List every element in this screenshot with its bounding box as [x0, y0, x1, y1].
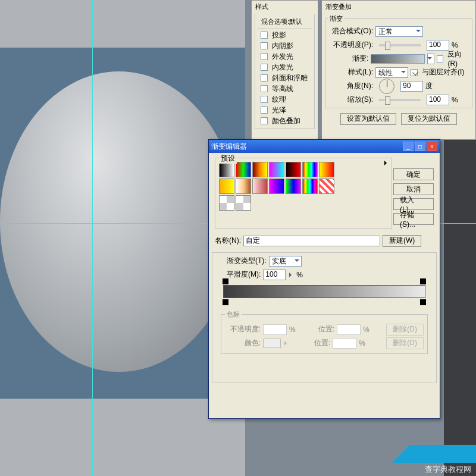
style-label: 斜面和浮雕 [272, 73, 308, 83]
style-item[interactable]: 投影 [261, 30, 309, 40]
style-label: 外发光 [272, 52, 293, 62]
type-select[interactable]: 实底 [269, 256, 302, 267]
stop-color-label: 颜色: [225, 338, 261, 348]
stop-color-position[interactable] [333, 338, 356, 349]
ok-button[interactable]: 确定 [393, 168, 434, 180]
stop-opacity-input[interactable] [263, 324, 287, 335]
stop-color-well[interactable] [263, 339, 281, 348]
style-label: 光泽 [272, 105, 286, 115]
color-stop-left[interactable] [223, 299, 228, 305]
layer-styles-panel: 样式 混合选项:默认 投影内阴影外发光内发光斜面和浮雕等高线纹理光泽颜色叠加 [251, 0, 318, 149]
style-item[interactable]: 颜色叠加 [261, 115, 309, 126]
scale-slider[interactable] [379, 99, 421, 101]
presets-group: 预设 [215, 158, 392, 229]
gradient-label: 渐变: [328, 54, 368, 64]
blend-mode-select[interactable]: 正常 [375, 26, 423, 37]
blend-default[interactable]: 混合选项:默认 [258, 15, 312, 29]
preset-swatch[interactable] [252, 178, 268, 194]
style-item[interactable]: 斜面和浮雕 [261, 73, 309, 83]
sphere-shape [0, 71, 238, 372]
scale-label: 缩放(S): [328, 95, 373, 105]
style-item[interactable]: 内阴影 [261, 40, 309, 51]
delete-color-stop-button[interactable]: 删除(D) [386, 337, 424, 349]
style-item[interactable]: 纹理 [261, 94, 309, 105]
style-checkbox[interactable] [261, 85, 268, 92]
smooth-stepper-icon[interactable] [289, 273, 294, 277]
preset-swatch[interactable] [286, 162, 301, 177]
style-checkbox[interactable] [261, 117, 268, 124]
overlay-group-label: 渐变 [328, 14, 345, 23]
style-item[interactable]: 内发光 [261, 62, 309, 73]
set-default-button[interactable]: 设置为默认值 [340, 113, 396, 125]
style-checkbox[interactable] [261, 64, 268, 71]
position-label-1: 位置: [318, 324, 334, 334]
close-icon[interactable]: × [427, 142, 437, 151]
scale-input[interactable]: 100 [427, 95, 449, 105]
load-button[interactable]: 载入(L)... [393, 198, 434, 210]
styles-title: 样式 [252, 1, 318, 13]
style-checkbox[interactable] [261, 96, 268, 103]
gradient-dropdown-icon[interactable] [427, 54, 435, 64]
opacity-slider[interactable] [379, 44, 421, 46]
smooth-input[interactable]: 100 [263, 270, 286, 280]
gradient-preview[interactable] [371, 54, 424, 64]
gradient-ramp[interactable] [223, 285, 425, 298]
style-checkbox[interactable] [261, 42, 268, 49]
opacity-label: 不透明度(P): [328, 40, 373, 50]
preset-swatch[interactable] [236, 195, 251, 211]
preset-swatch[interactable] [219, 178, 234, 194]
style-label: 内发光 [272, 62, 293, 73]
guide-vertical [92, 0, 93, 476]
preset-swatch[interactable] [319, 178, 334, 194]
smooth-label: 平滑度(M): [227, 270, 261, 280]
reverse-checkbox[interactable] [437, 55, 443, 62]
stop-opacity-position[interactable] [337, 324, 361, 335]
cancel-button[interactable]: 取消 [393, 183, 434, 195]
delete-opacity-stop-button[interactable]: 删除(D) [386, 324, 424, 336]
preset-swatch[interactable] [269, 162, 284, 177]
position-label-2: 位置: [314, 338, 330, 348]
style-item[interactable]: 光泽 [261, 105, 309, 115]
maximize-icon[interactable]: □ [415, 142, 425, 151]
preset-swatch[interactable] [319, 162, 334, 177]
style-checkbox[interactable] [261, 32, 268, 39]
new-button[interactable]: 新建(W) [383, 235, 421, 247]
preset-swatch[interactable] [302, 162, 318, 177]
align-checkbox[interactable] [411, 69, 418, 76]
preset-swatch[interactable] [286, 178, 301, 194]
angle-label: 角度(N): [328, 81, 373, 91]
style-label: 纹理 [272, 95, 286, 105]
style-checkbox[interactable] [261, 53, 268, 60]
minimize-icon[interactable]: _ [403, 142, 414, 151]
preset-swatch[interactable] [219, 195, 234, 211]
save-button[interactable]: 存储(S)... [393, 213, 434, 225]
style-label: 颜色叠加 [272, 116, 300, 126]
preset-swatch[interactable] [302, 178, 318, 194]
preset-swatch[interactable] [252, 162, 268, 177]
opacity-input[interactable]: 100 [427, 40, 449, 51]
style-checkbox[interactable] [261, 107, 268, 114]
style-label: 投影 [272, 30, 286, 40]
overlay-title: 渐变叠加 [322, 1, 475, 13]
style-item[interactable]: 等高线 [261, 83, 309, 94]
color-stop-right[interactable] [420, 299, 426, 305]
preset-swatch[interactable] [236, 162, 251, 177]
color-stepper-icon[interactable] [284, 341, 289, 346]
style-select[interactable]: 线性 [375, 67, 408, 78]
name-input[interactable] [243, 236, 380, 246]
gradient-overlay-panel: 渐变叠加 渐变 混合模式(O): 正常 不透明度(P): 100 % 渐变: 反… [321, 0, 476, 140]
titlebar[interactable]: 渐变编辑器 _ □ × [209, 140, 440, 153]
angle-input[interactable]: 90 [400, 81, 423, 92]
style-item[interactable]: 外发光 [261, 51, 309, 62]
preset-swatch[interactable] [236, 178, 251, 194]
presets-label: 预设 [219, 154, 237, 164]
opacity-stop-left[interactable] [223, 278, 228, 284]
opacity-stop-right[interactable] [420, 278, 426, 284]
angle-dial[interactable] [379, 79, 394, 94]
style-checkbox[interactable] [261, 74, 268, 82]
reset-default-button[interactable]: 复位为默认值 [401, 113, 457, 125]
presets-menu-icon[interactable] [384, 161, 389, 165]
watermark-text: 查字典教程网 [425, 464, 471, 475]
preset-swatch[interactable] [269, 178, 284, 194]
preset-swatch[interactable] [219, 162, 234, 177]
